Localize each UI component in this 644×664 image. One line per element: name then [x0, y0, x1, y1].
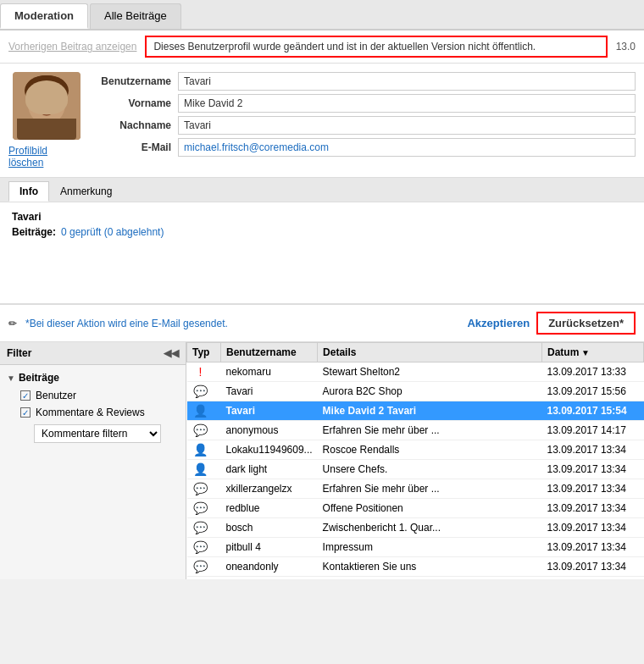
table-row[interactable]: 💬 King_Werewulf... Chef Sam, steinert er…	[187, 577, 644, 580]
cell-typ: 💬	[187, 518, 221, 538]
beitraege-value: 0 geprüft (0 abgelehnt)	[61, 226, 164, 238]
comment-icon: 💬	[192, 560, 209, 573]
collapse-left-icon[interactable]: ◀◀	[164, 347, 179, 359]
label-kommentare: Kommentare & Reviews	[36, 407, 145, 418]
svg-point-4	[52, 98, 57, 104]
cell-typ: 💬	[187, 557, 221, 577]
cell-datum: 13.09.2017 15:54	[542, 401, 644, 421]
col-header-datum[interactable]: Datum	[542, 343, 644, 362]
table-panel: Typ Benutzername Details Datum ! nekomar…	[186, 342, 644, 579]
info-username: Tavari	[12, 211, 632, 223]
cell-details: Erfahren Sie mehr über ...	[318, 479, 542, 499]
checkbox-benutzer[interactable]	[20, 390, 31, 401]
tab-alle-beitraege[interactable]: Alle Beiträge	[90, 3, 181, 29]
table-row[interactable]: 👤 dark light Unsere Chefs. 13.09.2017 13…	[187, 460, 644, 479]
svg-point-3	[36, 98, 42, 104]
sidebar-controls: ◀◀	[164, 347, 179, 359]
comment-icon: 💬	[192, 521, 209, 534]
table-row[interactable]: 💬 redblue Offene Positionen 13.09.2017 1…	[187, 499, 644, 518]
label-benutzer: Benutzer	[36, 390, 76, 401]
sidebar-section-header[interactable]: ▼ Beiträge	[7, 368, 179, 387]
warn-icon: !	[192, 365, 209, 379]
cell-datum: 13.09.2017 15:56	[542, 382, 644, 401]
cell-benutzername: King_Werewulf...	[221, 577, 318, 580]
col-header-benutzername: Benutzername	[221, 343, 318, 362]
cell-typ: 💬	[187, 421, 221, 440]
comment-icon: 💬	[192, 385, 209, 398]
comment-icon: 💬	[192, 540, 209, 554]
sidebar-item-benutzer: Benutzer	[7, 387, 179, 404]
table-row[interactable]: 💬 pitbull 4 Impressum 13.09.2017 13:34	[187, 538, 644, 557]
section-label: Beiträge	[19, 372, 59, 384]
cell-typ: 💬	[187, 538, 221, 557]
svg-point-2	[28, 84, 65, 125]
kommentare-filter-select[interactable]: Kommentare filtern	[34, 424, 161, 443]
svg-rect-8	[36, 121, 57, 140]
svg-point-10	[26, 75, 67, 99]
table-row[interactable]: 👤 Tavari Mike David 2 Tavari 13.09.2017 …	[187, 401, 644, 421]
action-note: *Bei dieser Aktion wird eine E-Mail gese…	[25, 318, 228, 329]
warning-box: Dieses Benutzerprofil wurde geändert und…	[145, 36, 607, 58]
profile-section: Profilbild löschen Benutzername Vorname …	[0, 64, 644, 178]
col-header-typ: Typ	[187, 343, 221, 362]
table-row[interactable]: ! nekomaru Stewart Shelton2 13.09.2017 1…	[187, 362, 644, 382]
checkbox-kommentare[interactable]	[20, 407, 31, 418]
cell-benutzername: Lokaku11949609...	[221, 440, 318, 460]
user-icon: 👤	[192, 443, 209, 456]
table-row[interactable]: 💬 bosch Zwischenbericht 1. Quar... 13.09…	[187, 518, 644, 538]
cell-details: Offene Positionen	[318, 499, 542, 518]
input-email[interactable]	[178, 138, 636, 157]
table-row[interactable]: 💬 Tavari Aurora B2C Shop 13.09.2017 15:5…	[187, 382, 644, 401]
input-nachname[interactable]	[178, 116, 636, 135]
reset-button[interactable]: Zurücksetzen*	[536, 312, 636, 335]
delete-profile-link[interactable]: Profilbild löschen	[8, 145, 85, 169]
input-benutzername[interactable]	[178, 72, 636, 91]
cell-benutzername: bosch	[221, 518, 318, 538]
profile-form: Benutzername Vorname Nachname E-Mail	[95, 72, 636, 169]
comment-icon: 💬	[192, 501, 209, 515]
table-row[interactable]: 💬 anonymous Erfahren Sie mehr über ... 1…	[187, 421, 644, 440]
cell-benutzername: dark light	[221, 460, 318, 479]
cell-benutzername: Tavari	[221, 382, 318, 401]
table-row[interactable]: 💬 oneandonly Kontaktieren Sie uns 13.09.…	[187, 557, 644, 577]
info-beitraege: Beiträge: 0 geprüft (0 abgelehnt)	[12, 226, 632, 238]
cell-datum: 13.09.2017 13:34	[542, 460, 644, 479]
beitraege-label: Beiträge:	[12, 226, 56, 238]
accept-button[interactable]: Akzeptieren	[467, 317, 530, 329]
label-benutzername: Benutzername	[95, 75, 171, 87]
cell-datum: 13.09.2017 13:34	[542, 538, 644, 557]
cell-benutzername: Tavari	[221, 401, 318, 421]
input-vorname[interactable]	[178, 94, 636, 113]
sidebar: Filter ◀◀ ▼ Beiträge Benutzer Kommentare…	[0, 342, 186, 579]
cell-typ: 👤	[187, 401, 221, 421]
cell-details: Kontaktieren Sie uns	[318, 557, 542, 577]
triangle-icon: ▼	[7, 374, 15, 383]
table-header-row: Typ Benutzername Details Datum	[187, 343, 644, 362]
table-row[interactable]: 👤 Lokaku11949609... Roscoe Rendalls 13.0…	[187, 440, 644, 460]
cell-benutzername: redblue	[221, 499, 318, 518]
cell-typ: 👤	[187, 460, 221, 479]
cell-details: Impressum	[318, 538, 542, 557]
cell-details: Aurora B2C Shop	[318, 382, 542, 401]
cell-typ: 💬	[187, 499, 221, 518]
svg-rect-0	[13, 72, 80, 140]
cell-typ: 👤	[187, 440, 221, 460]
cell-benutzername: pitbull 4	[221, 538, 318, 557]
table-row[interactable]: 💬 xkillerzangelzx Erfahren Sie mehr über…	[187, 479, 644, 499]
col-header-details: Details	[318, 343, 542, 362]
tab-moderation[interactable]: Moderation	[0, 3, 88, 29]
cell-datum: 13.09.2017 13:34	[542, 440, 644, 460]
svg-point-6	[53, 99, 56, 102]
svg-rect-9	[21, 130, 72, 140]
action-bar: ✏ *Bei dieser Aktion wird eine E-Mail ge…	[0, 304, 644, 342]
field-email: E-Mail	[95, 138, 636, 157]
tab-info[interactable]: Info	[8, 181, 49, 202]
svg-point-5	[38, 99, 41, 102]
prev-link[interactable]: Vorherigen Beitrag anzeigen	[8, 41, 136, 53]
entries-table: Typ Benutzername Details Datum ! nekomar…	[186, 342, 644, 579]
cell-benutzername: nekomaru	[221, 362, 318, 382]
field-vorname: Vorname	[95, 94, 636, 113]
svg-point-7	[45, 107, 48, 109]
tab-anmerkung[interactable]: Anmerkung	[49, 181, 123, 202]
info-tabs: Info Anmerkung Tavari Beiträge: 0 geprüf…	[0, 178, 644, 304]
